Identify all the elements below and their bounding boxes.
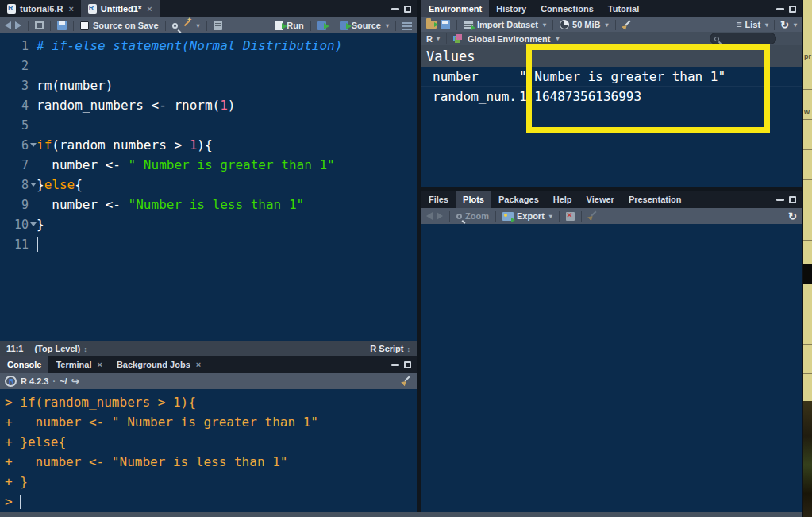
refresh-icon[interactable]: ↻ — [788, 211, 797, 222]
open-directory-icon[interactable]: ↪ — [71, 376, 79, 387]
load-workspace-icon[interactable] — [426, 21, 437, 29]
minimize-icon[interactable] — [391, 364, 399, 366]
rerun-icon[interactable] — [317, 21, 326, 30]
cursor-position: 11:1 — [6, 344, 23, 353]
working-directory: ~/ — [60, 376, 67, 386]
tab-untitled1-[interactable]: Untitled1*× — [81, 0, 160, 17]
view-mode-button[interactable]: List — [745, 20, 761, 29]
close-icon[interactable]: × — [147, 4, 152, 14]
console-output[interactable]: > if(random_numbers > 1){+ number <- " N… — [0, 389, 417, 512]
minimize-icon[interactable] — [391, 8, 399, 10]
code-line: 11 — [0, 234, 417, 254]
maximize-icon[interactable] — [404, 6, 411, 13]
chevron-down-icon[interactable]: ▾ — [197, 22, 200, 29]
search-icon[interactable] — [172, 23, 178, 29]
scope-selector[interactable]: (Top Level)↕ — [34, 344, 87, 353]
tab-history[interactable]: History — [489, 0, 533, 17]
run-button[interactable]: Run — [275, 21, 303, 30]
zoom-icon — [456, 214, 462, 219]
save-icon[interactable] — [57, 21, 67, 30]
tab-tutorial[interactable]: Tutorial — [601, 0, 647, 17]
line-number: 6 — [0, 138, 29, 152]
clear-environment-icon[interactable] — [622, 20, 633, 30]
clear-console-icon[interactable] — [402, 376, 412, 386]
close-icon[interactable]: × — [97, 360, 102, 369]
clear-plots-icon[interactable] — [588, 210, 598, 221]
tab-label: Connections — [541, 4, 594, 14]
code-line: 5 — [0, 115, 417, 135]
code-text — [37, 237, 38, 253]
minimize-icon[interactable] — [776, 8, 784, 10]
source-toolbar: Source on Save ▾ Run Source ▾ — [0, 17, 417, 33]
zoom-plot-button[interactable]: Zoom — [456, 211, 489, 221]
line-number: 5 — [0, 118, 29, 133]
code-text: if(random_numbers > 1){ — [37, 137, 213, 152]
maximize-icon[interactable] — [789, 6, 796, 13]
tab-label: Untitled1* — [101, 4, 141, 14]
tab-help[interactable]: Help — [546, 191, 579, 208]
updown-icon: ↕ — [407, 345, 411, 353]
code-line: 4random_numbers <- rnorm(1) — [0, 95, 417, 115]
forward-icon[interactable] — [15, 21, 21, 29]
minimize-icon[interactable] — [776, 199, 784, 201]
tab-label: tutorial6.R — [20, 4, 63, 14]
maximize-icon[interactable] — [789, 196, 796, 203]
remove-plot-icon[interactable] — [566, 212, 575, 221]
chevron-down-icon[interactable]: ▾ — [386, 22, 389, 29]
fold-marker-icon[interactable] — [30, 222, 37, 226]
tab-files[interactable]: Files — [421, 191, 456, 208]
code-text: # if-else statement(Normal Distribution) — [37, 38, 342, 53]
save-workspace-icon[interactable] — [441, 20, 450, 29]
console-line: + number <- "Number is less than 1" — [0, 452, 417, 472]
tab-label: Background Jobs — [117, 360, 190, 369]
popout-icon[interactable] — [35, 21, 44, 29]
tab-console[interactable]: Console — [0, 356, 48, 373]
compile-report-icon[interactable] — [214, 21, 222, 30]
code-editor[interactable]: 1# if-else statement(Normal Distribution… — [0, 33, 417, 341]
environment-selector[interactable]: Global Environment ▾ — [453, 34, 560, 44]
plots-toolbar: Zoom Export ▾ ↻ — [421, 208, 802, 224]
tab-viewer[interactable]: Viewer — [579, 191, 622, 208]
doc-type-selector[interactable]: R Script↕ — [370, 344, 410, 353]
back-icon[interactable] — [5, 21, 11, 29]
console-line: > — [0, 492, 417, 511]
fold-marker-icon[interactable] — [30, 183, 37, 187]
tab-connections[interactable]: Connections — [533, 0, 601, 17]
close-icon[interactable]: × — [196, 360, 201, 369]
tab-terminal[interactable]: Terminal× — [48, 356, 109, 373]
tab-plots[interactable]: Plots — [456, 191, 491, 208]
source-on-save-label: Source on Save — [93, 21, 159, 30]
document-outline-icon[interactable] — [402, 21, 412, 29]
close-icon[interactable]: × — [68, 4, 73, 14]
environment-value-row: random_num..1.16487356136993 — [421, 87, 802, 106]
tab-label: Packages — [498, 195, 539, 204]
chevron-down-icon: ▾ — [606, 21, 609, 29]
refresh-icon[interactable]: ↻ — [780, 20, 789, 30]
console-window-buttons — [391, 356, 417, 373]
tab-background-jobs[interactable]: Background Jobs× — [110, 356, 208, 373]
chevron-down-icon: ▾ — [549, 213, 552, 220]
export-plot-button[interactable]: Export ▾ — [502, 211, 552, 221]
tab-label: History — [496, 4, 526, 14]
console-tab-bar: ConsoleTerminal×Background Jobs× — [0, 356, 417, 373]
console-line: + number <- " Number is greater than 1" — [0, 412, 417, 432]
background-text-fragment: pr — [804, 52, 811, 60]
import-dataset-button[interactable]: Import Dataset ▾ — [464, 20, 546, 29]
next-plot-icon[interactable] — [437, 212, 443, 220]
memory-usage-button[interactable]: 50 MiB ▾ — [560, 20, 608, 29]
tab-tutorial6-r[interactable]: tutorial6.R× — [0, 0, 81, 17]
previous-plot-icon[interactable] — [426, 212, 433, 220]
source-on-save-checkbox[interactable] — [80, 21, 89, 30]
chevron-down-icon: ▾ — [765, 21, 768, 29]
variable-value: 1.16487356136993 — [519, 89, 641, 104]
tab-packages[interactable]: Packages — [491, 191, 546, 208]
code-tools-icon[interactable] — [182, 21, 191, 30]
language-selector[interactable]: R ▾ — [426, 34, 440, 44]
environment-search-input[interactable] — [710, 33, 776, 44]
source-button[interactable]: Source ▾ — [340, 21, 389, 30]
tab-environment[interactable]: Environment — [421, 0, 489, 17]
tab-presentation[interactable]: Presentation — [622, 191, 689, 208]
maximize-icon[interactable] — [404, 361, 411, 368]
fold-marker-icon[interactable] — [30, 143, 37, 147]
environment-values-list: number" Number is greater than 1"random_… — [421, 67, 802, 187]
